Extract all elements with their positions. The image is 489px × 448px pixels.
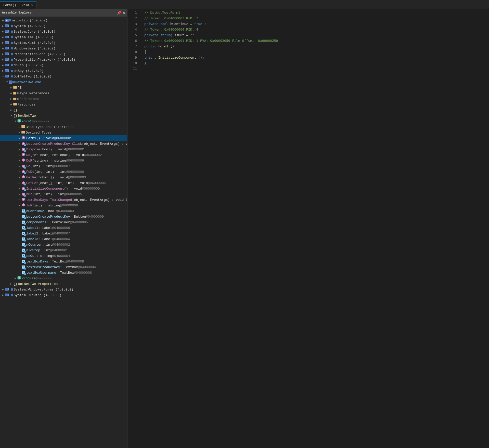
item-token: @0600000C	[66, 148, 84, 151]
list-item[interactable]: ▶ System.Core (4.0.0.0)	[0, 29, 127, 34]
list-item[interactable]: ▶ System (4.0.0.0)	[0, 23, 127, 29]
class-icon: C	[17, 276, 21, 281]
expand-icon: ▶	[17, 159, 21, 163]
field-icon: F a	[21, 259, 25, 263]
list-item[interactable]: ▶ M Form1() : void @06000001	[0, 135, 127, 141]
item-token: @0400000C	[78, 265, 96, 269]
list-item[interactable]: ▶ F a buttonCreateProductKey : Button @0…	[0, 214, 127, 219]
list-item[interactable]: ▶ F a label2 : Label @04000007	[0, 231, 127, 236]
item-label: DoR	[26, 159, 32, 163]
code-line: private bool bContinue = true ;	[144, 21, 489, 27]
list-item[interactable]: ▶ A mscorlib (4.0.0.0)	[0, 18, 127, 23]
pin-icon[interactable]: 📌	[117, 11, 121, 15]
list-item[interactable]: ▶ M textBoxDays_TextChanged (object, Eve…	[0, 197, 127, 203]
list-item[interactable]: ▶ M a GetPer (char[], int, int) : void @…	[0, 180, 127, 186]
list-item[interactable]: ▶ Base Type and Interfaces	[0, 124, 127, 130]
list-item[interactable]: ▶ F a label3 : Label @0400000A	[0, 236, 127, 242]
item-label2: : string	[36, 254, 52, 258]
expand-icon: ▶	[1, 58, 5, 62]
close-panel-icon[interactable]: ✕	[123, 10, 125, 15]
list-item[interactable]: ▶ M GetPer (char[]) : void @06000003	[0, 175, 127, 180]
list-item[interactable]: ▶ {} -	[0, 107, 127, 113]
expand-icon: ▶	[13, 276, 17, 280]
list-item[interactable]: ▶ F a bContinue : bool @04000003	[0, 208, 127, 214]
list-item[interactable]: ▶ PresentationCore (4.0.0.0)	[0, 51, 127, 57]
tree-container[interactable]: ▶ A mscorlib (4.0.0.0) ▶ System (4.0.0.0…	[0, 17, 127, 448]
list-item[interactable]: ▶ M a buttonCreateProductKey_Click (obje…	[0, 141, 127, 147]
list-item[interactable]: ▶ M ToR (int) : string @06000008	[0, 203, 127, 208]
tab-form1[interactable]: Form1() : void ✕	[0, 1, 36, 9]
folder-icon	[13, 92, 19, 95]
item-label: textBoxProductKey	[26, 265, 60, 269]
bracket-icon: {}	[13, 108, 17, 112]
list-item[interactable]: ▶ PE	[0, 85, 127, 90]
item-token: @04000001	[50, 248, 68, 252]
list-item[interactable]: ▶ Derived Types	[0, 130, 127, 135]
item-label: label2	[26, 232, 38, 235]
list-item[interactable]: ▶ M a Fc (int) : int @06000007	[0, 163, 127, 169]
list-item[interactable]: ▶ M a InitializeComponent () : void @060…	[0, 186, 127, 191]
item-label: nCounter	[26, 243, 42, 247]
svg-text:M: M	[23, 176, 24, 178]
list-item[interactable]: ▶ Resources	[0, 102, 127, 107]
item-label: Form1	[22, 120, 32, 123]
item-label: buttonCreateProductKey	[26, 215, 70, 219]
list-item[interactable]: ▶ F a label1 : Label @04000006	[0, 225, 127, 231]
assembly-icon: A	[5, 19, 11, 22]
expand-icon: ▶	[17, 198, 21, 202]
list-item[interactable]: ▶ F a nCounter : int @04000002	[0, 242, 127, 247]
list-item[interactable]: ▶ F a textBoxDays : TextBox @0400000B	[0, 259, 127, 264]
expand-icon: ▶	[1, 18, 5, 22]
method-icon: M a	[21, 142, 25, 146]
code-area[interactable]: 1 2 3 4 5 6 7 8 9 10 11 // DotNetTwo.	[127, 9, 489, 448]
list-item[interactable]: ▶ M a Dispose (bool) : void @0600000C	[0, 147, 127, 152]
field-icon: F a	[21, 248, 25, 252]
list-item[interactable]: ▼ DotNetTwo.exe	[0, 79, 127, 85]
close-icon[interactable]: ✕	[31, 3, 33, 7]
list-item[interactable]: ▶ F a textBoxProductKey : TextBox @04000…	[0, 264, 127, 270]
assembly-icon	[5, 41, 13, 45]
list-item[interactable]: ▶ Type References	[0, 90, 127, 96]
item-label: nPr	[26, 192, 32, 196]
list-item[interactable]: ▶ {} DotNetTwo.Properties	[0, 281, 127, 287]
line-number: 9	[127, 55, 137, 60]
list-item[interactable]: ▶ System.Xaml (4.0.0.0)	[0, 40, 127, 46]
item-label2: : int	[42, 243, 52, 247]
list-item[interactable]: ▶ System.Windows.Forms (4.0.0.0)	[0, 287, 127, 292]
list-item[interactable]: ▼ {} DotNetTwo	[0, 113, 127, 118]
code-content[interactable]: // DotNetTwo.Form1 // Token: 0x04000003 …	[140, 10, 489, 448]
field-icon: F a	[21, 265, 25, 269]
item-label: Do	[26, 153, 30, 157]
code-line: private string ssOut = "" ;	[144, 32, 489, 38]
list-item[interactable]: ▶ PresentationFramework (4.0.0.0)	[0, 57, 127, 62]
list-item[interactable]: ▼ DotNetTwo (1.0.0.0)	[0, 74, 127, 79]
list-item[interactable]: ▶ F a textBoxUsername : TextBox @0400000…	[0, 270, 127, 275]
list-item[interactable]: ▶ References	[0, 96, 127, 102]
folder-icon	[21, 125, 25, 129]
method-icon: M	[21, 136, 25, 141]
list-item[interactable]: ▶ M a FcDv (int, int) : int @06000006	[0, 169, 127, 175]
list-item[interactable]: ▶ WindowsBase (4.0.0.0)	[0, 46, 127, 51]
item-token: @0400000B	[66, 260, 84, 263]
list-item[interactable]: ▶ System.Xml (4.0.0.0)	[0, 34, 127, 40]
svg-text:M: M	[23, 137, 24, 139]
code-line: // DotNetTwo.Form1	[144, 10, 489, 16]
list-item[interactable]: ▶ M DoR (string) : string @06000009	[0, 158, 127, 163]
list-item[interactable]: ▶ F a components : IContainer @04000005	[0, 219, 127, 225]
folder-icon	[13, 86, 17, 90]
expand-icon: ▶	[1, 35, 5, 39]
list-item[interactable]: ▶ System.Drawing (4.0.0.0)	[0, 292, 127, 298]
list-item[interactable]: ▶ dnlib (3.3.2.0)	[0, 62, 127, 68]
assembly-icon	[5, 52, 13, 56]
line-number: 5	[127, 32, 137, 38]
code-line: // Token: 0x04000003 RID: 3	[144, 16, 489, 21]
list-item[interactable]: ▶ F a ssOut : string @04000004	[0, 253, 127, 259]
assembly-icon	[5, 35, 13, 39]
list-item[interactable]: ▶ F a nToStop : int @04000001	[0, 247, 127, 253]
list-item[interactable]: ▶ M Do (ref char, ref char) : void @0600…	[0, 152, 127, 158]
list-item[interactable]: ▶ M a nPr (int, int) : int @06000005	[0, 191, 127, 197]
list-item[interactable]: ▶ dnSpy (6.1.8.0)	[0, 68, 127, 74]
list-item[interactable]: ▼ C Form1 @02000002	[0, 118, 127, 124]
item-token: @06000005	[64, 192, 82, 196]
list-item[interactable]: ▶ C Program @02000003	[0, 275, 127, 281]
